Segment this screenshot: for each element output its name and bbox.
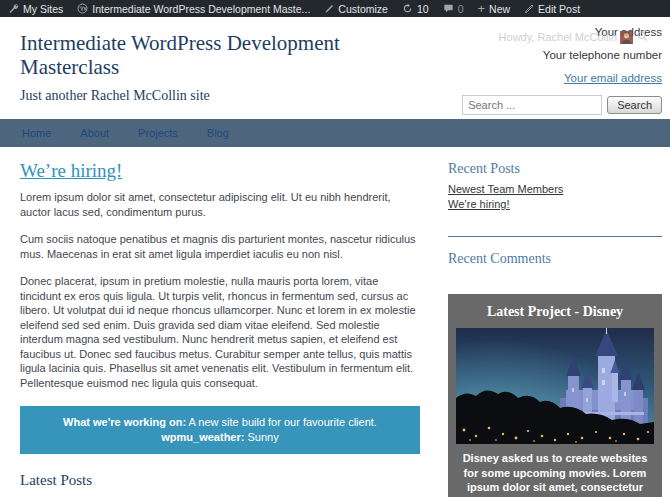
callout-weather-label: wpmu_weather:	[161, 431, 244, 443]
edit-pencil-icon	[524, 4, 534, 14]
update-icon	[402, 3, 413, 14]
site-title[interactable]: Intermediate WordPress Development Maste…	[20, 31, 440, 79]
list-item: Newest Team Members	[448, 182, 662, 197]
site-name-label: Intermediate WordPress Development Maste…	[92, 3, 310, 15]
my-sites-menu[interactable]: My Sites	[8, 3, 63, 15]
updates-menu[interactable]: 10	[402, 3, 429, 15]
wordpress-logo-icon	[77, 3, 88, 14]
customize-pencil-icon	[324, 4, 334, 14]
callout-text: A new site build for our favourite clien…	[189, 416, 377, 428]
latest-project-widget: Latest Project - Disney	[448, 294, 662, 497]
customize-label: Customize	[338, 3, 388, 15]
project-widget-title: Latest Project - Disney	[456, 304, 654, 320]
search-input[interactable]	[462, 95, 602, 115]
edit-post-menu[interactable]: Edit Post	[524, 3, 580, 15]
contact-phone: Your telephone number	[462, 49, 662, 61]
comments-menu[interactable]: 0	[443, 3, 464, 15]
nav-item-about[interactable]: About	[80, 127, 109, 139]
contact-email-link[interactable]: Your email address	[564, 72, 662, 84]
recent-post-link[interactable]: Newest Team Members	[448, 183, 563, 195]
main-content: We’re hiring! Lorem ipsum dolor sit amet…	[20, 147, 420, 497]
my-sites-label: My Sites	[23, 3, 63, 15]
callout-weather-value: Sunny	[248, 431, 279, 443]
comment-count: 0	[458, 3, 464, 15]
disney-castle-photo	[456, 328, 654, 444]
wrench-icon	[8, 3, 19, 14]
nav-item-projects[interactable]: Projects	[138, 127, 178, 139]
search-button[interactable]: Search	[607, 96, 662, 114]
new-content-menu[interactable]: + New	[477, 3, 510, 15]
post-title-link[interactable]: We’re hiring!	[20, 160, 122, 181]
plus-icon: +	[477, 4, 485, 14]
project-widget-description: Disney asked us to create websites for s…	[456, 451, 654, 497]
main-nav: Home About Projects Blog	[0, 119, 670, 147]
list-item: We’re hiring!	[448, 197, 662, 212]
recent-comments-heading: Recent Comments	[448, 251, 662, 267]
post-paragraph: Lorem ipsum dolor sit amet, consectetur …	[20, 190, 420, 219]
recent-posts-list: Newest Team Members We’re hiring!	[448, 182, 662, 212]
update-count: 10	[417, 3, 429, 15]
new-label: New	[489, 3, 510, 15]
admin-bar: My Sites Intermediate WordPress Developm…	[0, 0, 670, 17]
comment-bubble-icon	[443, 3, 454, 14]
site-name-menu[interactable]: Intermediate WordPress Development Maste…	[77, 3, 310, 15]
contact-address: Your address	[462, 26, 662, 38]
site-header: Intermediate WordPress Development Maste…	[0, 17, 670, 104]
edit-post-label: Edit Post	[538, 3, 580, 15]
nav-item-home[interactable]: Home	[22, 127, 51, 139]
recent-post-link[interactable]: We’re hiring!	[448, 198, 510, 210]
nav-item-blog[interactable]: Blog	[207, 127, 229, 139]
recent-posts-heading: Recent Posts	[448, 161, 662, 177]
post-paragraph: Cum sociis natoque penatibus et magnis d…	[20, 232, 420, 261]
post-paragraph: Donec placerat, ipsum in pretium molesti…	[20, 274, 420, 390]
working-on-callout: What we're working on: A new site build …	[20, 406, 420, 454]
search-form: Search	[462, 95, 662, 115]
latest-posts-heading: Latest Posts	[20, 472, 420, 489]
callout-label: What we're working on:	[63, 416, 186, 428]
sidebar: Recent Posts Newest Team Members We’re h…	[448, 147, 662, 497]
header-contact-widget: Your address Your telephone number Your …	[462, 26, 662, 115]
sidebar-divider	[448, 236, 662, 237]
customize-menu[interactable]: Customize	[324, 3, 388, 15]
